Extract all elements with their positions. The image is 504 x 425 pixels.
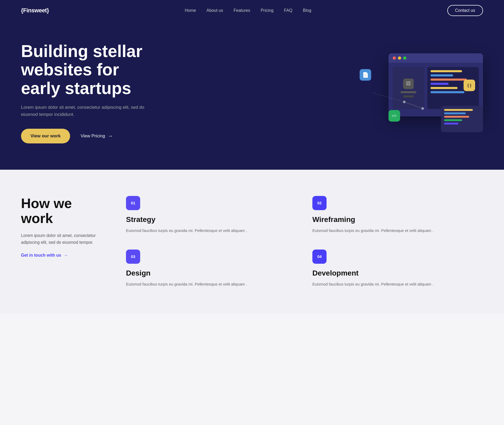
get-in-touch-arrow: →	[64, 253, 68, 258]
view-pricing-button[interactable]: View Pricing →	[81, 133, 113, 139]
code-line-4	[430, 83, 449, 85]
how-we-work-heading: How we work	[21, 196, 105, 226]
nav-features[interactable]: Features	[234, 8, 250, 13]
design-card: 🖼	[393, 67, 424, 109]
step-strategy-description: Euismod faucibus turpis eu gravida mi. P…	[126, 227, 297, 234]
step-design-description: Euismod faucibus turpis eu gravida mi. P…	[126, 281, 297, 287]
get-in-touch-link[interactable]: Get in touch with us →	[21, 253, 105, 258]
hero-heading: Building stellar websites for early star…	[21, 42, 158, 97]
how-we-work-section: How we work Lorem ipsum dolor sit amet, …	[0, 170, 504, 314]
view-pricing-label: View Pricing	[81, 133, 105, 139]
navbar: {Finsweet} Home About us Features Pricin…	[0, 0, 504, 21]
get-in-touch-label: Get in touch with us	[21, 253, 61, 258]
hero-section: Building stellar websites for early star…	[0, 21, 504, 170]
braces-icon: { }	[464, 80, 475, 91]
nav-pricing[interactable]: Pricing	[261, 8, 274, 13]
step-wireframing-title: Wireframing	[312, 215, 483, 224]
view-our-work-button[interactable]: View our work	[21, 129, 70, 143]
browser-dot-green	[403, 56, 406, 60]
nav-faq[interactable]: FAQ	[284, 8, 292, 13]
browser-dot-red	[393, 56, 396, 60]
design-line-1	[401, 91, 416, 93]
code-line-6	[430, 91, 464, 93]
code-line-3	[430, 79, 467, 81]
nav-home[interactable]: Home	[185, 8, 196, 13]
step-strategy-title: Strategy	[126, 215, 297, 224]
browser-dot-yellow	[398, 56, 401, 60]
hero-buttons: View our work View Pricing →	[21, 129, 158, 143]
step-design-title: Design	[126, 269, 297, 277]
step-badge-04: 04	[312, 250, 327, 264]
step-badge-03: 03	[126, 250, 140, 264]
step-strategy: 01 Strategy Euismod faucibus turpis eu g…	[126, 196, 297, 234]
code-line-5	[430, 87, 458, 89]
cw-line-3	[444, 116, 469, 118]
step-development: 04 Development Euismod faucibus turpis e…	[312, 250, 483, 287]
step-badge-02: 02	[312, 196, 327, 210]
how-we-work-description: Lorem ipsum dolor sit amet, consectetur …	[21, 232, 105, 246]
hero-content: Building stellar websites for early star…	[21, 42, 158, 143]
step-wireframing: 02 Wireframing Euismod faucibus turpis e…	[312, 196, 483, 234]
how-we-work-left: How we work Lorem ipsum dolor sit amet, …	[21, 196, 105, 258]
browser-bar	[388, 53, 483, 63]
nav-links: Home About us Features Pricing FAQ Blog	[185, 8, 311, 13]
cw-line-1	[444, 109, 473, 111]
cw-line-4	[444, 119, 462, 121]
logo: {Finsweet}	[21, 7, 49, 14]
design-line-2	[403, 95, 414, 97]
image-icon: 🖼	[403, 79, 414, 89]
nav-about[interactable]: About us	[207, 8, 223, 13]
code-window	[441, 106, 483, 132]
code-icon: </>	[388, 110, 400, 122]
file-icon: 📄	[360, 69, 371, 81]
code-line-1	[430, 70, 462, 72]
step-development-title: Development	[312, 269, 483, 277]
cw-line-5	[444, 123, 458, 125]
how-we-work-steps: 01 Strategy Euismod faucibus turpis eu g…	[126, 196, 483, 287]
cw-line-2	[444, 112, 466, 114]
hero-illustration: 🖼 📄 { } </>	[357, 53, 483, 132]
code-line-2	[430, 74, 453, 76]
step-development-description: Euismod faucibus turpis eu gravida mi. P…	[312, 281, 483, 287]
step-wireframing-description: Euismod faucibus turpis eu gravida mi. P…	[312, 227, 483, 234]
step-design: 03 Design Euismod faucibus turpis eu gra…	[126, 250, 297, 287]
hero-description: Lorem ipsum dolor sit amet, consectetur …	[21, 104, 158, 118]
arrow-icon: →	[108, 133, 113, 139]
nav-blog[interactable]: Blog	[303, 8, 311, 13]
step-badge-01: 01	[126, 196, 140, 210]
contact-button[interactable]: Contact us	[447, 5, 483, 16]
logo-text: {Finsweet}	[21, 7, 49, 14]
